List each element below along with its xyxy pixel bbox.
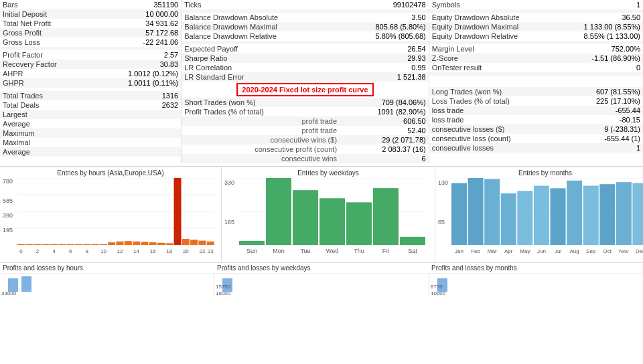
value-z-score: -1.51 (86.90%) — [557, 54, 643, 63]
value-profit-trades: 1091 (82.90%) — [340, 107, 429, 116]
label-margin-level: Margin Level — [429, 44, 558, 54]
value-ticks: 99102478 — [340, 0, 429, 9]
table-row: Total Deals 2632 — [0, 100, 181, 110]
svg-text:20: 20 — [183, 248, 189, 254]
bottom-weekdays-label: Profits and losses by weekdays — [214, 263, 429, 273]
table-row: Profit Factor 2.57 — [0, 50, 181, 60]
svg-rect-53 — [346, 202, 372, 245]
label-ghpr: GHPR — [0, 78, 107, 88]
label-average2: Average — [0, 147, 107, 157]
table-row: loss trade -655.44 — [429, 106, 643, 115]
label-largest: Largest — [0, 110, 107, 119]
table-row: consecutive loss (count) -655.44 (1) — [429, 134, 643, 143]
label-equity-dd-abs: Equity Drawdown Absolute — [429, 13, 558, 22]
value-consec-profit: 2 083.37 (16) — [340, 145, 429, 154]
value-short-trades: 709 (84.06%) — [340, 98, 429, 107]
chart-months-title: Entries by months — [438, 169, 643, 177]
table-row: Largest — [0, 110, 181, 119]
svg-rect-47 — [266, 178, 291, 245]
table-row: Average — [0, 119, 181, 128]
svg-rect-84 — [632, 183, 643, 245]
value-sharpe-ratio: 29.93 — [340, 54, 429, 63]
label-consec-loss-count: consecutive loss (count) — [429, 134, 558, 143]
value-total-net-profit: 34 931.62 — [107, 19, 182, 28]
svg-text:Sep: Sep — [586, 248, 596, 254]
value-loss-trade-largest: -655.44 — [557, 106, 643, 115]
table-row: Equity Drawdown Maximal 1 133.00 (8.55%) — [429, 22, 643, 31]
table-row: LR Standard Error 1 521.38 — [182, 72, 428, 82]
value-balance-dd-abs: 3.50 — [340, 13, 429, 22]
svg-text:Jul: Jul — [555, 248, 561, 254]
svg-text:May: May — [520, 248, 530, 254]
svg-text:10000: 10000 — [431, 290, 446, 295]
svg-text:22: 22 — [199, 248, 205, 254]
svg-rect-74 — [551, 188, 566, 245]
value-ahpr: 1.0012 (0.12%) — [107, 69, 182, 78]
svg-text:12: 12 — [117, 248, 123, 254]
svg-text:Jan: Jan — [455, 248, 463, 254]
svg-text:Oct: Oct — [603, 248, 612, 254]
table-row: Balance Drawdown Relative 5.80% (805.68) — [182, 31, 428, 41]
svg-text:8750: 8750 — [431, 284, 443, 290]
table-row: Total Trades 1316 — [0, 91, 181, 100]
table-row: Average — [0, 147, 181, 157]
svg-rect-62 — [451, 183, 467, 245]
svg-text:Tue: Tue — [300, 248, 310, 254]
label-initial-deposit: Initial Deposit — [0, 9, 107, 19]
bottom-hours-bar-chart: 33000 — [1, 275, 202, 295]
svg-text:Dec: Dec — [636, 248, 643, 254]
label-ahpr: AHPR — [0, 69, 107, 78]
table-row: Sharpe Ratio 29.93 — [182, 54, 428, 63]
svg-text:23: 23 — [208, 248, 214, 254]
table-row: Gross Loss -22 241.06 — [0, 37, 181, 47]
y-label-65: 65 — [438, 219, 445, 225]
table-row: AHPR 1.0012 (0.12%) — [0, 69, 181, 78]
bottom-hours-label: Profits and losses by hours — [0, 263, 214, 273]
value-maximal — [107, 138, 182, 147]
value-long-trades: 607 (81.55%) — [557, 87, 643, 96]
value-consec-wins-count: 6 — [340, 154, 429, 163]
value-equity-dd-abs: 36.50 — [557, 13, 643, 22]
table-row: GHPR 1.0011 (0.11%) — [0, 78, 181, 88]
value-ontester: 0 — [557, 63, 643, 72]
table-row: consecutive wins ($) 29 (2 071.78) — [182, 135, 428, 145]
svg-text:15750: 15750 — [216, 284, 231, 290]
svg-rect-45 — [239, 241, 265, 245]
svg-text:Mon: Mon — [273, 248, 285, 254]
svg-rect-72 — [534, 186, 549, 245]
label-equity-dd-rel: Equity Drawdown Relative — [429, 31, 558, 41]
svg-text:18000: 18000 — [216, 290, 231, 295]
table-row: consecutive losses ($) 9 (-238.31) — [429, 124, 643, 134]
table-row: Total Net Profit 34 931.62 — [0, 19, 181, 28]
value-profit-factor: 2.57 — [107, 50, 182, 60]
label-maximal: Maximal — [0, 138, 107, 147]
label-profit-trade-avg: profit trade — [182, 126, 340, 135]
svg-text:Mar: Mar — [488, 248, 497, 254]
value-loss-trades: 225 (17.10%) — [557, 96, 643, 106]
svg-rect-64 — [468, 178, 484, 245]
y-label-165: 165 — [224, 219, 234, 225]
table-row: profit trade 52.40 — [182, 126, 428, 135]
value-profit-trade-largest: 606.50 — [340, 116, 429, 126]
table-row: Maximal — [0, 138, 181, 147]
svg-text:6: 6 — [69, 248, 72, 254]
svg-rect-51 — [319, 198, 345, 245]
y-label-195: 195 — [3, 227, 13, 234]
y-label-330: 330 — [224, 179, 234, 186]
label-sharpe-ratio: Sharpe Ratio — [182, 54, 340, 63]
label-profit-factor: Profit Factor — [0, 50, 107, 60]
value-ghpr: 1.0011 (0.11%) — [107, 78, 182, 88]
label-lr-std-error: LR Standard Error — [182, 72, 340, 82]
svg-text:16: 16 — [150, 248, 156, 254]
label-profit-trade-largest: profit trade — [182, 116, 340, 126]
label-ontester: OnTester result — [429, 63, 558, 72]
label-recovery-factor: Recovery Factor — [0, 60, 107, 69]
label-balance-dd-rel: Balance Drawdown Relative — [182, 31, 340, 41]
y-label-390: 390 — [3, 212, 13, 219]
svg-text:Feb: Feb — [471, 248, 480, 254]
label-total-deals: Total Deals — [0, 100, 107, 110]
y-label-130: 130 — [438, 179, 448, 186]
value-profit-trade-avg: 52.40 — [340, 126, 429, 135]
label-ticks: Ticks — [182, 0, 340, 9]
table-row: Gross Profit 57 172.68 — [0, 28, 181, 37]
